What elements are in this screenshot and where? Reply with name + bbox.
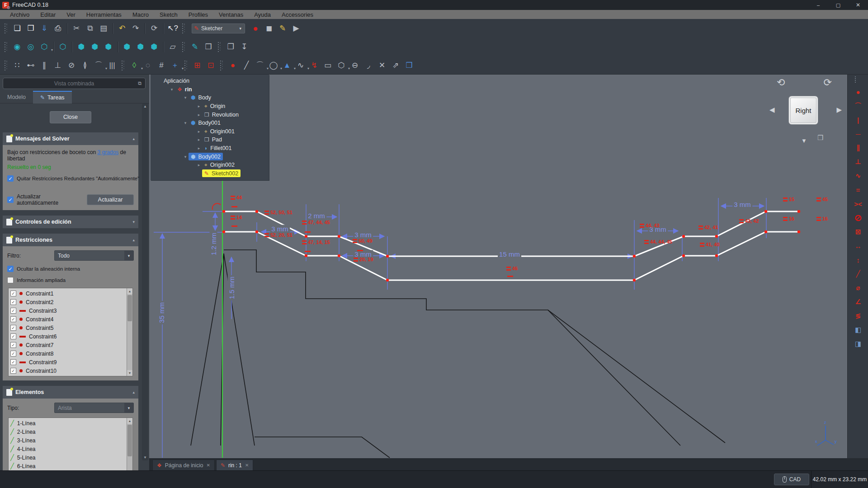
tree-expander-icon[interactable]: ▸: [196, 104, 202, 108]
dropdown-caret-icon[interactable]: ▾: [51, 48, 53, 52]
menu-macro[interactable]: Macro: [127, 11, 154, 18]
close-tab-icon[interactable]: ✕: [207, 463, 210, 468]
connect-edges-icon[interactable]: ⊷: [25, 60, 37, 71]
constrain-parallel-icon[interactable]: ∥: [848, 142, 868, 154]
constrain-vertical-icon[interactable]: |: [848, 114, 868, 126]
create-point-icon[interactable]: ●: [227, 60, 239, 71]
trim-edge-icon[interactable]: ✕: [376, 60, 388, 71]
checkbox-icon[interactable]: ✓: [10, 325, 16, 331]
tree-expander-icon[interactable]: ▾: [182, 95, 189, 100]
tree-item-body[interactable]: ▾⬢Body: [151, 94, 269, 102]
whats-this-icon[interactable]: ↖?: [167, 23, 179, 34]
toolbar-handle[interactable]: [182, 42, 185, 52]
menu-ventanas[interactable]: Ventanas: [213, 11, 249, 18]
tree-item-body001[interactable]: ▾⬢Body001: [151, 119, 269, 127]
menu-sketch[interactable]: Sketch: [154, 11, 183, 18]
checkbox-icon[interactable]: ✓: [10, 333, 16, 339]
constraints-header[interactable]: Restricciones ▴: [3, 234, 138, 246]
tree-expander-icon[interactable]: ▸: [196, 163, 202, 167]
tree-expander-icon[interactable]: ▸: [196, 146, 202, 150]
workbench-selector[interactable]: ✎Sketcher▾: [192, 23, 245, 33]
tree-item-body002[interactable]: ▾⬢Body002: [151, 152, 269, 161]
new-document-icon[interactable]: ❏: [11, 23, 23, 34]
create-circle-icon[interactable]: ◯▾: [268, 60, 279, 71]
tab-modelo[interactable]: Modelo: [0, 91, 33, 103]
navigation-style-chip[interactable]: CAD: [774, 474, 809, 485]
constraint-row-constraint5[interactable]: ✓Constraint5: [10, 324, 126, 332]
constrain-distance-x-icon[interactable]: ↔: [848, 240, 868, 252]
toolbar-handle[interactable]: [5, 42, 8, 52]
navigation-cube[interactable]: Right: [788, 96, 818, 125]
mini-cube-icon[interactable]: ❒: [817, 134, 823, 142]
tree-item-sketch002[interactable]: ✎Sketch002: [151, 169, 269, 178]
menu-editar[interactable]: Editar: [35, 11, 61, 18]
external-geometry-icon[interactable]: ⊞: [191, 60, 203, 71]
panel-scrollbar[interactable]: ▲ ▼: [142, 103, 148, 460]
scroll-up-icon[interactable]: ▲: [127, 288, 132, 294]
select-elements-icon[interactable]: ⌒▾: [93, 60, 104, 71]
draw-style-icon[interactable]: ⬡▾: [38, 41, 50, 53]
constrain-snell-icon[interactable]: ≶: [848, 310, 868, 322]
left-view-icon[interactable]: ⬢: [148, 41, 160, 53]
tree-expander-icon[interactable]: ▾: [169, 87, 175, 92]
checkbox-icon[interactable]: ✓: [10, 308, 16, 314]
rear-view-icon[interactable]: ⬢: [121, 41, 133, 53]
sketch-geometry[interactable]: [224, 211, 799, 280]
create-line-icon[interactable]: ╱: [241, 60, 252, 71]
constraint-row-constraint2[interactable]: ✓Constraint2: [10, 298, 126, 306]
constraint-row-constraint1[interactable]: ✓Constraint1: [10, 289, 126, 298]
nav-arrow-right-icon[interactable]: ▶: [836, 106, 842, 114]
constraint-row-constraint3[interactable]: ✓Constraint3: [10, 306, 126, 315]
constrain-angle-icon[interactable]: ∠: [848, 296, 868, 308]
front-view-icon[interactable]: ⬢: [75, 41, 87, 53]
close-tab-icon[interactable]: ✕: [245, 463, 249, 468]
redo-icon[interactable]: ↷: [130, 23, 142, 34]
constrain-tangent-icon[interactable]: ∿: [848, 170, 868, 182]
checkbox-checked-icon[interactable]: ✓: [7, 197, 14, 203]
select-associated-constraints-icon[interactable]: ≬: [79, 60, 91, 71]
macro-play-icon[interactable]: ▶: [290, 23, 302, 34]
edit-controls-header[interactable]: Controles de edición ▾: [3, 216, 138, 228]
toolbar-handle[interactable]: [5, 61, 8, 70]
collapse-caret-icon[interactable]: ▾: [132, 220, 135, 224]
menu-herramientas[interactable]: Herramientas: [81, 11, 127, 18]
combo-view-title[interactable]: Vista combinada ⧉: [3, 78, 146, 89]
chevron-down-icon[interactable]: ▾: [124, 251, 133, 260]
elements-header[interactable]: Elementos ▴: [3, 386, 138, 399]
element-row-3-linea[interactable]: ╱3-Línea: [10, 436, 126, 445]
import-icon[interactable]: ↧: [238, 41, 250, 53]
tree-item-fillet001[interactable]: ▸◗Fillet001: [151, 144, 269, 153]
tab-tareas[interactable]: ✎ Tareas: [33, 91, 72, 103]
toolbar-handle[interactable]: [5, 23, 8, 33]
type-dropdown[interactable]: Arista ▾: [54, 403, 134, 413]
create-conic-icon[interactable]: ▲▾: [281, 60, 293, 71]
select-conflicting-constraints-icon[interactable]: ∥: [38, 60, 50, 71]
constrain-equal-icon[interactable]: =: [848, 184, 868, 196]
constraint-row-constraint7[interactable]: ✓Constraint7: [10, 341, 126, 349]
toolbar-handle[interactable]: [855, 76, 858, 83]
menu-archivo[interactable]: Archivo: [5, 11, 35, 18]
cut-icon[interactable]: ✂: [71, 23, 82, 34]
constraint-row-constraint9[interactable]: ✓Constraint9: [10, 358, 126, 366]
checkbox-icon[interactable]: ✓: [10, 351, 16, 357]
extend-edge-icon[interactable]: ⇗: [390, 60, 401, 71]
macro-record-icon[interactable]: ●: [250, 23, 261, 34]
tree-item-pad[interactable]: ▸❒Pad: [151, 136, 269, 144]
scroll-down-icon[interactable]: ▼: [127, 370, 132, 376]
dof-link[interactable]: 3 grados: [97, 149, 118, 155]
bspline-tools-icon[interactable]: |||: [106, 60, 118, 71]
chevron-down-icon[interactable]: ▾: [124, 403, 133, 413]
copy-icon[interactable]: ⧉: [84, 23, 96, 34]
rotate-tool-icon[interactable]: ◌: [142, 60, 154, 71]
create-polygon-icon[interactable]: ⬡▾: [335, 60, 347, 71]
macro-edit-icon[interactable]: ✎: [277, 23, 288, 34]
scrollbar-thumb[interactable]: [127, 295, 132, 321]
collapse-caret-icon[interactable]: ▴: [132, 238, 135, 242]
edit-placement-icon[interactable]: ✎: [189, 41, 201, 53]
rotate-counterclockwise-icon[interactable]: ⟲: [777, 77, 785, 89]
tree-expander-icon[interactable]: ▸: [196, 137, 202, 142]
paste-icon[interactable]: ▤: [98, 23, 109, 34]
scroll-up-icon[interactable]: ▲: [127, 418, 132, 424]
tree-expander-icon[interactable]: ▾: [182, 121, 189, 125]
menu-ayuda[interactable]: Ayuda: [249, 11, 276, 18]
